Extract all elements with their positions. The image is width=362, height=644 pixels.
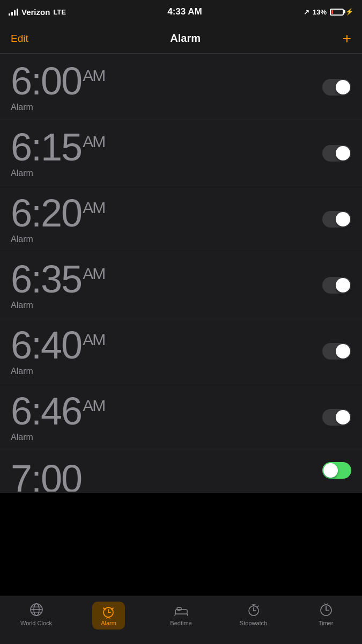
alarm-time-block: 6:46AM Alarm	[11, 392, 322, 442]
alarm-toggle[interactable]	[322, 343, 351, 360]
alarm-icon	[101, 605, 115, 619]
alarm-time-block: 7:00	[11, 459, 322, 492]
network-label: LTE	[53, 8, 66, 16]
alarm-time-block: 6:20AM Alarm	[11, 194, 322, 244]
alarm-toggle[interactable]	[322, 79, 351, 96]
alarm-item: 6:20AM Alarm	[0, 186, 362, 252]
alarm-item: 7:00	[0, 450, 362, 493]
gps-icon: ↗	[304, 8, 309, 16]
alarm-label: Alarm	[11, 103, 322, 112]
svg-line-9	[112, 608, 113, 610]
alarm-list: 6:00AM Alarm 6:15AM Alarm 6:20AM Alarm	[0, 54, 362, 596]
toggle-knob	[336, 146, 350, 160]
tab-world-clock[interactable]: World Clock	[0, 602, 72, 626]
toggle-knob	[336, 80, 350, 94]
signal-bars-icon	[9, 8, 18, 16]
toggle-knob	[323, 463, 338, 478]
alarm-time-block: 6:40AM Alarm	[11, 326, 322, 376]
battery-icon: ⚡	[330, 8, 353, 16]
alarm-label: Alarm	[11, 367, 322, 376]
alarm-item: 6:00AM Alarm	[0, 54, 362, 120]
svg-line-8	[104, 608, 105, 610]
tab-bar: World Clock Alarm	[0, 596, 362, 644]
svg-rect-13	[177, 608, 181, 610]
toggle-knob	[336, 278, 350, 292]
alarm-label: Alarm	[11, 433, 322, 442]
toggle-knob	[336, 410, 350, 425]
alarm-label: Alarm	[11, 235, 322, 244]
alarm-toggle[interactable]	[322, 462, 351, 479]
alarm-time-display: 6:35AM	[11, 260, 322, 298]
alarm-time-block: 6:15AM Alarm	[11, 128, 322, 178]
tab-world-clock-label: World Clock	[20, 620, 52, 626]
battery-percent: 13%	[313, 8, 327, 16]
alarm-toggle[interactable]	[322, 211, 351, 228]
alarm-item: 6:40AM Alarm	[0, 318, 362, 384]
status-right: ↗ 13% ⚡	[304, 8, 353, 16]
alarm-toggle[interactable]	[322, 277, 351, 294]
status-left: Verizon LTE	[9, 8, 66, 17]
alarm-toggle[interactable]	[322, 409, 351, 426]
alarm-item: 6:15AM Alarm	[0, 120, 362, 186]
svg-line-21	[257, 606, 258, 607]
alarm-time-block: 6:35AM Alarm	[11, 260, 322, 310]
tab-timer[interactable]: Timer	[290, 602, 362, 626]
alarm-label: Alarm	[11, 169, 322, 178]
add-alarm-button[interactable]: +	[343, 31, 351, 46]
tab-timer-label: Timer	[319, 620, 334, 626]
tab-bedtime-label: Bedtime	[170, 620, 191, 626]
svg-line-15	[187, 614, 188, 616]
alarm-time-display: 6:20AM	[11, 194, 322, 232]
alarm-time-display: 6:46AM	[11, 392, 322, 430]
alarm-tab-bg: Alarm	[92, 602, 125, 630]
alarm-label: Alarm	[11, 301, 322, 310]
nav-bar: Edit Alarm +	[0, 24, 362, 54]
tab-stopwatch[interactable]: Stopwatch	[217, 602, 290, 626]
tab-stopwatch-label: Stopwatch	[240, 620, 267, 626]
alarm-item: 6:46AM Alarm	[0, 384, 362, 450]
edit-button[interactable]: Edit	[11, 33, 28, 45]
nav-title: Alarm	[170, 32, 201, 45]
alarm-item: 6:35AM Alarm	[0, 252, 362, 318]
stopwatch-icon	[246, 602, 262, 618]
alarm-time-display: 6:00AM	[11, 62, 322, 100]
alarm-time-display: 7:00	[11, 459, 322, 492]
world-clock-icon	[28, 602, 45, 618]
tab-alarm[interactable]: Alarm	[72, 602, 145, 630]
status-bar: Verizon LTE 4:33 AM ↗ 13% ⚡	[0, 0, 362, 24]
timer-icon	[318, 602, 334, 618]
alarm-time-display: 6:15AM	[11, 128, 322, 166]
charging-icon: ⚡	[345, 8, 353, 16]
bedtime-icon	[173, 602, 189, 618]
tab-bedtime[interactable]: Bedtime	[145, 602, 217, 626]
toggle-knob	[336, 212, 350, 226]
alarm-time-block: 6:00AM Alarm	[11, 62, 322, 112]
svg-line-14	[175, 614, 175, 616]
status-time: 4:33 AM	[167, 6, 202, 17]
alarm-time-display: 6:40AM	[11, 326, 322, 364]
alarm-toggle[interactable]	[322, 145, 351, 162]
toggle-knob	[336, 344, 350, 358]
tab-alarm-label: Alarm	[101, 620, 116, 626]
carrier-label: Verizon	[21, 8, 50, 17]
